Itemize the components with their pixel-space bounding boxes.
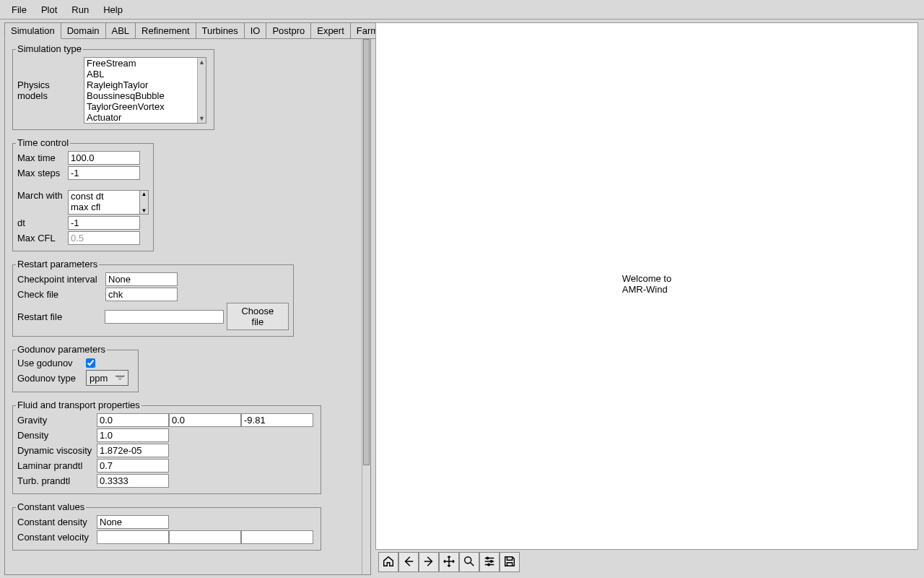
listbox-scrollbar[interactable]: ▲▼ [197, 58, 206, 123]
home-icon [382, 555, 395, 570]
max-cfl-input [68, 231, 140, 245]
tab-simulation[interactable]: Simulation [4, 22, 61, 39]
tab-refinement[interactable]: Refinement [135, 22, 196, 39]
sliders-icon [483, 555, 496, 570]
workarea: Simulation Domain ABL Refinement Turbine… [0, 20, 924, 578]
constant-density-input[interactable] [97, 515, 169, 529]
tab-domain[interactable]: Domain [61, 22, 106, 39]
tab-abl[interactable]: ABL [105, 22, 136, 39]
svg-point-0 [465, 556, 471, 563]
godunov-type-select[interactable]: ppm [86, 370, 128, 386]
group-legend: Time control [16, 137, 70, 148]
use-godunov-checkbox[interactable] [86, 358, 95, 368]
label-godunov-type: Godunov type [17, 373, 86, 384]
group-legend: Constant values [16, 501, 86, 512]
constant-velocity-x-input[interactable] [97, 530, 169, 544]
gravity-x-input[interactable] [97, 413, 169, 427]
label-use-godunov: Use godunov [17, 358, 86, 368]
tab-expert[interactable]: Expert [310, 22, 351, 39]
welcome-line2: AMR-Wind [622, 284, 671, 295]
plot-toolbar [375, 552, 924, 575]
chevron-down-icon [115, 376, 125, 380]
constant-velocity-y-input[interactable] [169, 530, 241, 544]
configure-button[interactable] [479, 552, 500, 572]
list-item[interactable]: Actuator [84, 112, 206, 123]
label-restart-file: Restart file [17, 311, 105, 322]
density-input[interactable] [97, 428, 169, 442]
group-legend: Restart parameters [16, 259, 99, 269]
viscosity-input[interactable] [97, 444, 169, 457]
label-max-steps: Max steps [17, 168, 68, 178]
constant-velocity-z-input[interactable] [241, 530, 313, 544]
zoom-button[interactable] [459, 552, 479, 572]
list-item[interactable]: max cfl [69, 202, 139, 212]
list-item[interactable]: RayleighTaylor [84, 79, 206, 90]
tab-io[interactable]: IO [244, 22, 267, 39]
group-time-control: Time control Max time Max steps March wi… [12, 143, 154, 251]
scrollbar-thumb[interactable] [363, 39, 370, 465]
laminar-prandtl-input[interactable] [97, 459, 169, 473]
group-legend: Godunov parameters [16, 344, 107, 355]
max-time-input[interactable] [68, 151, 140, 165]
group-fluid: Fluid and transport properties Gravity D… [12, 405, 321, 494]
arrow-right-icon [422, 555, 435, 570]
menu-file[interactable]: File [4, 1, 34, 18]
tab-turbines[interactable]: Turbines [196, 22, 245, 39]
dt-input[interactable] [68, 216, 140, 230]
listbox-scrollbar[interactable]: ▲▼ [140, 190, 149, 215]
save-icon [503, 555, 516, 570]
svg-point-1 [487, 557, 489, 559]
save-button[interactable] [500, 552, 520, 572]
list-item[interactable]: const dt [69, 191, 139, 202]
form-scroll: Simulation type Physics models FreeStrea… [5, 39, 362, 574]
plot-canvas: Welcome to AMR-Wind [375, 22, 918, 550]
welcome-line1: Welcome to [622, 273, 671, 284]
zoom-icon [463, 555, 476, 570]
right-panel: Welcome to AMR-Wind [375, 20, 924, 578]
back-button[interactable] [398, 552, 419, 572]
label-constant-velocity: Constant velocity [17, 532, 97, 543]
menu-run[interactable]: Run [64, 1, 96, 18]
list-item[interactable]: FreeStream [84, 58, 206, 69]
label-turb-prandtl: Turb. prandtl [17, 475, 97, 486]
arrow-left-icon [402, 555, 415, 570]
menu-help[interactable]: Help [96, 1, 130, 18]
menu-plot[interactable]: Plot [34, 1, 64, 18]
home-button[interactable] [378, 552, 398, 572]
svg-point-2 [490, 560, 492, 562]
physics-models-listbox[interactable]: FreeStream ABL RayleighTaylor Boussinesq… [84, 57, 206, 124]
restart-file-input[interactable] [105, 310, 224, 324]
list-item[interactable]: BoussinesqBubble [84, 90, 206, 101]
label-checkpoint-interval: Checkpoint interval [17, 274, 105, 285]
march-with-listbox[interactable]: const dt max cfl [68, 190, 140, 215]
forward-button[interactable] [419, 552, 439, 572]
label-march-with: March with [17, 190, 68, 201]
label-dynamic-viscosity: Dynamic viscosity [17, 445, 97, 456]
list-item[interactable]: TaylorGreenVortex [84, 101, 206, 112]
label-dt: dt [17, 217, 68, 228]
menubar: File Plot Run Help [0, 0, 924, 20]
group-simulation-type: Simulation type Physics models FreeStrea… [12, 49, 214, 130]
vertical-scrollbar[interactable] [362, 39, 370, 574]
left-panel: Simulation Domain ABL Refinement Turbine… [0, 20, 375, 578]
gravity-z-input[interactable] [241, 413, 313, 427]
tab-row: Simulation Domain ABL Refinement Turbine… [4, 22, 375, 39]
label-max-cfl: Max CFL [17, 233, 68, 243]
tab-postpro[interactable]: Postpro [266, 22, 311, 39]
label-check-file: Check file [17, 289, 105, 300]
choose-file-button[interactable]: Choose file [227, 303, 289, 330]
pan-button[interactable] [439, 552, 459, 572]
list-item[interactable]: ABL [84, 69, 206, 79]
group-restart: Restart parameters Checkpoint interval C… [12, 264, 294, 337]
check-file-input[interactable] [105, 288, 178, 301]
welcome-text: Welcome to AMR-Wind [622, 273, 671, 295]
group-godunov: Godunov parameters Use godunov Godunov t… [12, 350, 139, 392]
turb-prandtl-input[interactable] [97, 474, 169, 488]
label-constant-density: Constant density [17, 517, 97, 527]
checkpoint-interval-input[interactable] [105, 272, 178, 286]
gravity-y-input[interactable] [169, 413, 241, 427]
label-gravity: Gravity [17, 415, 97, 426]
svg-point-3 [488, 564, 490, 566]
tab-page: Simulation type Physics models FreeStrea… [4, 38, 371, 575]
max-steps-input[interactable] [68, 166, 140, 180]
